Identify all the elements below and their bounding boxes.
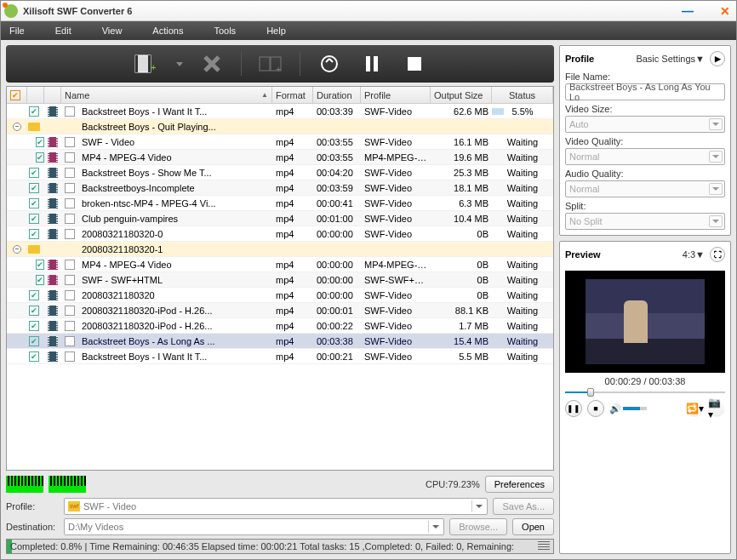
table-row[interactable]: −20080321180320-1 [7,242,553,257]
cpu-graph-icon [6,476,43,493]
table-row[interactable]: ✔20080321180320-iPod - H.26...mp400:00:0… [7,303,553,318]
row-checkbox[interactable]: ✔ [29,229,39,239]
chevron-down-icon[interactable] [471,500,485,512]
seek-thumb[interactable] [587,388,594,397]
split-select[interactable]: No Split [565,213,725,230]
row-name: Club penguin-vampires [78,214,272,224]
row-checkbox[interactable]: ✔ [29,321,39,331]
aspect-ratio-link[interactable]: 4:3▼ [683,249,705,260]
table-row[interactable]: ✔Backstreet Boys - I Want It T...mp400:0… [7,349,553,364]
row-checkbox[interactable]: ✔ [36,152,44,163]
row-checkbox[interactable]: ✔ [29,214,39,224]
row-name: 20080321180320 [78,290,272,300]
task-list-icon[interactable] [538,541,550,551]
table-row[interactable]: ✔Backstreet Boys - As Long As ...mp400:0… [7,334,553,349]
browse-button[interactable]: Browse... [449,518,507,535]
chevron-down-icon[interactable] [709,215,723,227]
row-checkbox[interactable]: ✔ [29,183,39,193]
menu-help[interactable]: Help [266,26,286,36]
row-checkbox[interactable]: ✔ [36,137,44,147]
row-checkbox[interactable]: ✔ [29,168,39,178]
close-button[interactable]: ✕ [717,3,733,19]
basic-settings-link[interactable]: Basic Settings▼ [636,54,705,64]
table-row[interactable]: ✔20080321180320-0mp400:00:00SWF-Video0BW… [7,226,553,242]
maximize-button[interactable] [699,3,714,19]
save-as-button[interactable]: Save As... [493,498,554,515]
col-duration[interactable]: Duration [313,87,361,103]
menu-view[interactable]: View [102,26,123,36]
add-dropdown-icon[interactable] [176,62,183,66]
chevron-down-icon[interactable] [709,118,723,130]
menu-file[interactable]: File [9,26,25,36]
row-checkbox[interactable]: ✔ [36,260,44,270]
add-file-button[interactable]: + [132,50,159,77]
table-row[interactable]: −Backstreet Boys - Quit Playing... [7,119,553,134]
table-row[interactable]: ✔20080321180320-iPod - H.26...mp400:00:2… [7,318,553,334]
snapshot-icon[interactable]: 📷▾ [708,400,725,417]
row-checkbox[interactable]: ✔ [29,351,39,362]
pause-button[interactable] [358,50,386,77]
preview-video[interactable] [565,271,725,373]
window-title: Xilisoft SWF Converter 6 [23,6,677,16]
remove-button[interactable] [198,50,226,77]
volume-control[interactable]: 🔊 [609,403,647,414]
document-icon [65,198,75,209]
seek-slider[interactable] [565,388,725,397]
chevron-down-icon[interactable] [709,151,723,163]
titlebar: Xilisoft SWF Converter 6 — ✕ [1,1,736,21]
table-row[interactable]: ✔20080321180320mp400:00:00SWF-Video0BWai… [7,288,553,303]
film-icon [48,183,58,193]
play-pause-button[interactable]: ❚❚ [565,400,582,417]
row-checkbox[interactable]: ✔ [29,106,39,117]
chevron-down-icon[interactable] [709,183,723,195]
table-row[interactable]: ✔Backstreet Boys - Show Me T...mp400:04:… [7,165,553,180]
merge-button[interactable]: + [257,50,284,77]
profile-combo[interactable]: swfSWF - Video [64,498,488,515]
audioq-select[interactable]: Normal [565,180,725,197]
stop-button[interactable] [401,50,428,77]
menu-actions[interactable]: Actions [152,26,183,36]
row-checkbox[interactable]: ✔ [36,275,44,285]
chevron-down-icon[interactable] [428,521,442,533]
col-name[interactable]: Name▲ [61,87,272,103]
minimize-button[interactable]: — [680,3,695,19]
videoq-select[interactable]: Normal [565,148,725,165]
menu-edit[interactable]: Edit [55,26,71,36]
restart-button[interactable] [316,50,343,77]
row-checkbox[interactable]: ✔ [29,290,39,300]
videosize-select[interactable]: Auto [565,116,725,133]
preferences-button[interactable]: Preferences [485,476,554,493]
table-row[interactable]: ✔SWF - SWF+HTMLmp400:00:00SWF-SWF+H...0B… [7,272,553,288]
open-button[interactable]: Open [512,518,554,535]
document-icon [65,321,75,331]
row-checkbox[interactable]: ✔ [29,306,39,316]
repeat-icon[interactable]: 🔁▾ [686,400,703,417]
select-all-checkbox[interactable]: ✔ [10,90,20,100]
table-row[interactable]: ✔Backstreetboys-Incompletemp400:03:59SWF… [7,180,553,196]
film-icon [48,260,58,270]
destination-combo[interactable]: D:\My Videos [64,518,444,535]
table-row[interactable]: ✔MP4 - MPEG-4 Videomp400:00:00MP4-MPEG-4… [7,257,553,272]
videosize-label: Video Size: [565,104,725,114]
col-status[interactable]: Status [492,87,553,103]
menu-tools[interactable]: Tools [214,26,236,36]
fullscreen-icon[interactable]: ⛶ [710,247,725,262]
row-checkbox[interactable]: ✔ [29,198,39,209]
filename-input[interactable]: Backstreet Boys - As Long As You Lo [565,83,725,100]
stop-preview-button[interactable]: ■ [587,400,604,417]
table-row[interactable]: ✔MP4 - MPEG-4 Videomp400:03:55MP4-MPEG-4… [7,150,553,165]
col-output[interactable]: Output Size [431,87,492,103]
document-icon [65,336,75,346]
status-bar: Completed: 0.8% | Time Remaining: 00:46:… [6,539,554,554]
svg-rect-9 [374,56,378,71]
collapse-icon[interactable]: − [13,245,21,254]
col-profile[interactable]: Profile [361,87,431,103]
table-row[interactable]: ✔Backstreet Boys - I Want It T...mp400:0… [7,104,553,119]
table-row[interactable]: ✔Club penguin-vampiresmp400:01:00SWF-Vid… [7,211,553,226]
col-format[interactable]: Format [272,87,313,103]
table-row[interactable]: ✔SWF - Videomp400:03:55SWF-Video16.1 MBW… [7,134,553,150]
table-row[interactable]: ✔broken-ntsc-MP4 - MPEG-4 Vi...mp400:00:… [7,196,553,211]
collapse-icon[interactable]: − [13,123,21,131]
row-checkbox[interactable]: ✔ [29,336,39,346]
play-profile-icon[interactable]: ▶ [710,51,725,66]
